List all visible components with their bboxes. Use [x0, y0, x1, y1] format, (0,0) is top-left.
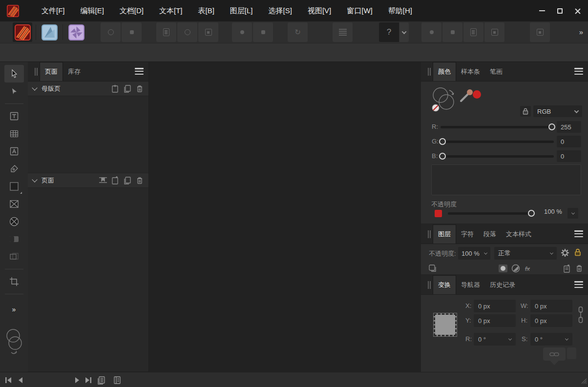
slider-knob[interactable]: [528, 210, 535, 217]
transparency-tool[interactable]: [4, 248, 24, 265]
delete-master-page-button[interactable]: [133, 83, 146, 94]
green-value-field[interactable]: 0: [557, 136, 581, 147]
picture-frame-ellipse-tool[interactable]: [4, 213, 24, 230]
tab-history[interactable]: 历史记录: [485, 275, 520, 294]
canvas[interactable]: [149, 62, 421, 372]
panel-menu-button[interactable]: [574, 281, 583, 288]
blend-options-button[interactable]: [561, 248, 569, 259]
vector-crop-tool[interactable]: [4, 273, 24, 290]
tab-transform[interactable]: 变换: [433, 275, 456, 294]
menu-table[interactable]: 表[B]: [190, 0, 222, 21]
opacity-value[interactable]: 100 %: [544, 208, 562, 215]
add-master-page-button[interactable]: [109, 83, 121, 94]
maximize-button[interactable]: [551, 3, 568, 18]
toolbar-button[interactable]: ↻: [288, 22, 308, 42]
apply-master-button[interactable]: [97, 175, 109, 186]
slider-knob[interactable]: [439, 153, 446, 160]
toolbar-button[interactable]: [530, 22, 550, 42]
menu-help[interactable]: 帮助[H]: [380, 0, 420, 21]
delete-page-button[interactable]: [133, 175, 146, 186]
opacity-dropdown-button[interactable]: [567, 208, 578, 219]
toolbar-button[interactable]: [484, 22, 504, 42]
tab-pages[interactable]: 页面: [40, 62, 63, 81]
shear-field[interactable]: 0 °: [530, 333, 572, 346]
next-page-button[interactable]: [72, 375, 83, 386]
w-field[interactable]: 0 px: [530, 300, 572, 312]
anchor-point-selector[interactable]: [434, 313, 457, 336]
layer-effects-button[interactable]: fx: [522, 263, 533, 274]
pages-list[interactable]: [28, 187, 148, 372]
single-page-view-button[interactable]: [96, 375, 106, 386]
node-tool[interactable]: [4, 82, 24, 100]
table-tool[interactable]: [4, 125, 24, 143]
first-page-button[interactable]: [3, 375, 14, 386]
artistic-text-tool[interactable]: [4, 143, 24, 160]
group-layers-button[interactable]: [427, 263, 439, 274]
slider-knob[interactable]: [548, 123, 555, 130]
blend-mode-dropdown[interactable]: 正常: [494, 247, 557, 260]
toolbar-button[interactable]: [101, 22, 121, 42]
move-tool[interactable]: [4, 65, 24, 82]
tab-swatches[interactable]: 样本条: [456, 62, 485, 81]
tab-navigator[interactable]: 导航器: [456, 275, 485, 294]
layer-lock-button[interactable]: [574, 248, 581, 258]
pages-header[interactable]: 页面: [28, 173, 148, 187]
rotation-field[interactable]: 0 °: [474, 333, 516, 346]
picked-color-swatch[interactable]: [473, 90, 481, 99]
slider-knob[interactable]: [439, 138, 446, 145]
tab-layers[interactable]: 图层: [433, 224, 456, 244]
close-button[interactable]: [568, 3, 586, 18]
master-pages-list[interactable]: [28, 96, 148, 173]
color-lock-button[interactable]: [520, 106, 531, 117]
green-slider[interactable]: [441, 141, 554, 143]
current-color-swatch[interactable]: [435, 210, 442, 217]
picture-frame-rectangle-tool[interactable]: [4, 195, 24, 213]
red-slider[interactable]: [441, 126, 554, 128]
rectangle-tool[interactable]: [4, 178, 24, 195]
menu-text[interactable]: 文本[T]: [151, 0, 190, 21]
panel-drag-grip[interactable]: [425, 279, 432, 290]
tab-paragraph[interactable]: 段落: [479, 224, 501, 244]
toolbar-button[interactable]: [421, 22, 441, 42]
fill-stroke-selector[interactable]: [3, 327, 25, 359]
menu-layer[interactable]: 图层[L]: [222, 0, 261, 21]
pen-tool[interactable]: [4, 160, 24, 178]
fill-stroke-color-widget[interactable]: [429, 84, 459, 117]
toolbar-button[interactable]: [333, 22, 353, 42]
color-picker-button[interactable]: [458, 87, 475, 106]
delete-layer-button[interactable]: [573, 263, 585, 274]
red-value-field[interactable]: 255: [557, 121, 581, 133]
toolbar-button[interactable]: [442, 22, 462, 42]
opacity-slider[interactable]: [448, 212, 533, 215]
spread-view-button[interactable]: [111, 375, 122, 386]
mask-layer-button[interactable]: [497, 263, 509, 274]
toolbar-button[interactable]: [177, 22, 197, 42]
duplicate-master-page-button[interactable]: [121, 83, 133, 94]
toolbar-button[interactable]: [156, 22, 176, 42]
x-field[interactable]: 0 px: [474, 300, 516, 312]
minimize-button[interactable]: [533, 3, 551, 18]
panel-drag-grip[interactable]: [425, 228, 432, 240]
panel-menu-button[interactable]: [574, 68, 583, 75]
more-tools-button[interactable]: »: [12, 306, 16, 313]
help-dropdown-button[interactable]: [399, 22, 409, 42]
tab-text-styles[interactable]: 文本样式: [501, 224, 536, 244]
frame-text-tool[interactable]: [4, 107, 24, 125]
menu-document[interactable]: 文档[D]: [112, 0, 151, 21]
adjustment-layer-button[interactable]: [510, 263, 522, 274]
menu-window[interactable]: 窗口[W]: [339, 0, 380, 21]
tab-stroke[interactable]: 笔画: [485, 62, 507, 81]
toolbar-button[interactable]: [122, 22, 142, 42]
add-page-button[interactable]: [109, 175, 121, 186]
master-pages-header[interactable]: 母版页: [28, 81, 148, 96]
blue-value-field[interactable]: 0: [557, 150, 581, 162]
menu-file[interactable]: 文件[F]: [34, 0, 73, 21]
menu-select[interactable]: 选择[S]: [261, 0, 300, 21]
duplicate-page-button[interactable]: [121, 175, 133, 186]
gradient-tool[interactable]: [4, 230, 24, 248]
panel-drag-grip[interactable]: [425, 66, 432, 77]
toolbar-button[interactable]: [198, 22, 218, 42]
tab-color[interactable]: 颜色: [433, 62, 456, 81]
menu-edit[interactable]: 编辑[E]: [73, 0, 112, 21]
h-field[interactable]: 0 px: [530, 314, 572, 327]
